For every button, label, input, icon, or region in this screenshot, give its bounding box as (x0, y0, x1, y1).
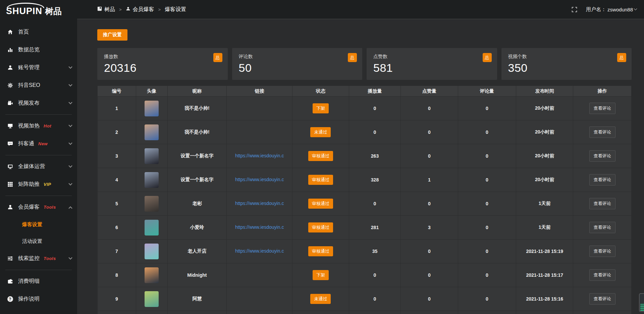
avatar[interactable] (145, 267, 159, 283)
table-header-row: 编号 头像 昵称 链接 状态 播放量 点赞量 评论量 发布时间 操作 (98, 86, 632, 97)
monitor-icon (7, 164, 13, 169)
row-plays: 328 (349, 168, 400, 192)
fullscreen-icon[interactable] (572, 7, 577, 12)
member-icon (7, 204, 13, 210)
avatar[interactable] (145, 291, 159, 307)
row-plays: 0 (349, 287, 400, 311)
view-comments-button[interactable]: 查看评论 (589, 198, 615, 209)
chevron-down-icon (68, 164, 72, 167)
table-body: 1 我不是小帅! 下架 0 0 0 20小时前 查看评论 2 我不是小帅! 未通… (98, 97, 632, 314)
status-button[interactable]: 未通过 (310, 294, 331, 304)
logo-text-en: SHUPIN (6, 7, 42, 16)
view-comments-button[interactable]: 查看评论 (589, 293, 615, 305)
row-comments: 0 (458, 216, 516, 240)
sidebar-item-video-heating[interactable]: 视频加热 Hot (0, 117, 77, 135)
row-publish-time: 2021-11-28 15:19 (516, 240, 573, 263)
avatar[interactable] (145, 196, 159, 212)
avatar[interactable] (145, 101, 159, 116)
row-avatar-cell (136, 287, 167, 311)
row-link[interactable]: https://www.iesdouyin.c (235, 201, 284, 206)
status-button[interactable]: 审核通过 (308, 246, 333, 256)
row-status-cell: 审核通过 (292, 240, 349, 263)
row-link[interactable]: https://www.iesdouyin.c (235, 248, 284, 254)
total-badge: 总 (213, 53, 222, 62)
status-button[interactable]: 下架 (313, 270, 329, 280)
sidebar-item-member-baoke[interactable]: 会员爆客 Tools (0, 198, 77, 216)
view-comments-button[interactable]: 查看评论 (589, 150, 615, 162)
avatar[interactable] (145, 148, 159, 164)
view-comments-button[interactable]: 查看评论 (589, 269, 615, 281)
user-icon (126, 6, 130, 12)
sidebar-item-matrix-boost[interactable]: 矩阵助推 VIP (0, 175, 77, 193)
sidebar-item-video-publish[interactable]: 视频发布 (0, 94, 77, 112)
breadcrumb-item-member-baoke[interactable]: 会员爆客 (126, 6, 154, 13)
status-button[interactable]: 下架 (313, 103, 329, 113)
status-button[interactable]: 未通过 (310, 127, 331, 137)
sidebar-item-home[interactable]: 首页 (0, 23, 77, 41)
col-header-publish-time: 发布时间 (516, 86, 573, 97)
sidebar-item-consumption-details[interactable]: 消费明细 (0, 272, 77, 290)
row-avatar-cell (136, 311, 167, 314)
stat-label: 视频个数 (508, 54, 625, 60)
row-comments: 0 (458, 263, 516, 287)
view-comments-button[interactable]: 查看评论 (589, 103, 615, 114)
row-plays (349, 311, 400, 314)
table-row: 2 我不是小帅! 未通过 0 0 0 20小时前 查看评论 (98, 120, 632, 144)
hot-badge: Hot (44, 123, 51, 128)
row-link[interactable]: https://www.iesdouyin.c (235, 153, 284, 158)
avatar[interactable] (145, 124, 159, 140)
stat-value: 581 (373, 61, 490, 74)
row-nickname: 设置一个新名字 (167, 168, 227, 192)
sidebar-subitem-baoke-settings[interactable]: 爆客设置 (0, 216, 77, 233)
view-comments-button[interactable]: 查看评论 (589, 246, 615, 257)
view-comments-button[interactable]: 查看评论 (589, 174, 615, 186)
sidebar-item-label: 线索监控 (18, 255, 40, 262)
status-button[interactable]: 审核通过 (308, 151, 333, 161)
chevron-down-icon (68, 256, 72, 259)
status-button[interactable]: 审核通过 (308, 199, 333, 209)
promotion-settings-button[interactable]: 推广设置 (97, 29, 127, 41)
sidebar-item-omnimedia-operation[interactable]: 全媒体运营 (0, 158, 77, 175)
row-id: 6 (98, 216, 136, 240)
user-menu[interactable]: 用户名： zswodun88 (586, 6, 637, 13)
stat-card-videos: 视频个数 350 总 (501, 48, 632, 80)
row-link-cell: https://www.iesdouyin.c (227, 240, 292, 263)
status-button[interactable]: 审核通过 (308, 222, 333, 232)
row-link[interactable]: https://www.iesdouyin.c (235, 177, 284, 182)
sidebar-item-label: 首页 (18, 29, 29, 36)
avatar[interactable] (145, 220, 159, 235)
row-link[interactable]: https://www.iesdouyin.c (235, 224, 284, 230)
row-id: 8 (98, 263, 136, 287)
sidebar-item-data-overview[interactable]: 数据总览 (0, 41, 77, 59)
status-button[interactable]: 审核通过 (308, 175, 333, 185)
row-avatar-cell (136, 263, 167, 287)
sidebar-item-label: 全媒体运营 (18, 163, 45, 170)
row-id: 4 (98, 168, 136, 192)
sidebar-subitem-activity-settings[interactable]: 活动设置 (0, 233, 77, 250)
avatar[interactable] (145, 244, 159, 259)
sidebar-item-account-management[interactable]: 账号管理 (0, 59, 77, 76)
sidebar-item-operation-guide[interactable]: ? 操作说明 (0, 290, 77, 308)
row-status-cell: 下架 (292, 97, 349, 120)
sidebar-item-doukeTong[interactable]: 抖客通 New (0, 135, 77, 153)
row-publish-time: 2021-11-28 15:17 (516, 263, 573, 287)
avatar[interactable] (145, 172, 159, 188)
row-publish-time: 20小时前 (516, 120, 573, 144)
sidebar-item-lead-monitoring[interactable]: 线索监控 Tools (0, 250, 77, 267)
row-likes: 0 (401, 287, 458, 311)
table-row: 1 我不是小帅! 下架 0 0 0 20小时前 查看评论 (98, 97, 632, 120)
stat-card-comments: 评论数 50 总 (232, 48, 363, 80)
view-comments-button[interactable]: 查看评论 (589, 126, 615, 138)
sidebar-item-douyin-seo[interactable]: 抖音SEO (0, 76, 77, 94)
home-icon (7, 29, 13, 35)
row-plays: 35 (349, 240, 400, 263)
col-header-link: 链接 (227, 86, 292, 97)
breadcrumb-item-baoke-settings[interactable]: 爆客设置 (165, 6, 186, 13)
floating-widget[interactable] (639, 293, 644, 312)
stat-value: 350 (508, 61, 625, 74)
view-comments-button[interactable]: 查看评论 (589, 222, 615, 233)
row-status-cell (292, 311, 349, 314)
app-logo[interactable]: SHUPIN 树品 (6, 3, 62, 16)
row-comments: 0 (458, 287, 516, 311)
breadcrumb-item-shupin[interactable]: 树品 (97, 6, 115, 13)
